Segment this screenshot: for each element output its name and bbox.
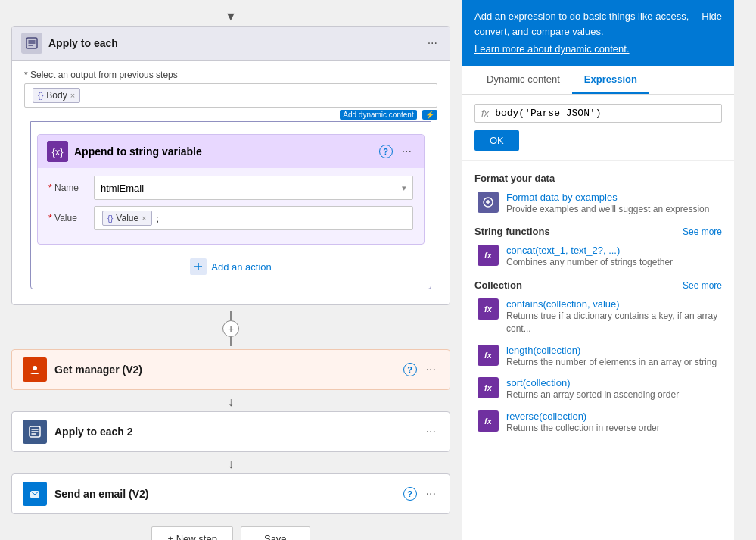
value-field-label: Value xyxy=(48,213,94,223)
get-manager-help-btn[interactable]: ? xyxy=(403,363,417,376)
connector-line-1 xyxy=(230,311,232,320)
apply-to-each-2-more-btn[interactable]: ··· xyxy=(423,423,439,440)
dynamic-content-link[interactable]: Add dynamic content ⚡ xyxy=(24,108,437,121)
expression-input-row: fx xyxy=(474,104,722,123)
save-button[interactable]: Save xyxy=(241,526,310,540)
get-manager-actions: ? ··· xyxy=(403,361,439,378)
body-token-input[interactable]: {} Body × xyxy=(24,83,437,108)
body-token: {} Body × xyxy=(33,88,80,103)
select-output-label: * Select an output from previous steps xyxy=(24,70,437,80)
append-string-help-btn[interactable]: ? xyxy=(379,145,393,158)
ok-button[interactable]: OK xyxy=(474,130,519,151)
length-name: length(collection) xyxy=(506,345,717,356)
collection-section-title: Collection xyxy=(474,279,522,291)
add-action-icon xyxy=(190,258,207,275)
string-see-more[interactable]: See more xyxy=(683,226,722,237)
append-string-actions: ? ··· xyxy=(379,143,415,160)
header-text: Add an expression to do basic things lik… xyxy=(474,11,689,37)
string-item-0[interactable]: fx concat(text_1, text_2?, ...) Combines… xyxy=(474,240,722,273)
append-string-more-btn[interactable]: ··· xyxy=(399,143,415,160)
length-icon: fx xyxy=(478,345,499,366)
contains-desc: Returns true if a dictionary contains a … xyxy=(506,310,719,336)
add-action-btn[interactable]: Add an action xyxy=(190,258,272,275)
plus-connector-1: + xyxy=(11,308,450,349)
tab-expression[interactable]: Expression xyxy=(572,66,649,94)
collection-item-3[interactable]: fx reverse(collection) Returns the colle… xyxy=(474,406,722,439)
append-string-icon: {x} xyxy=(47,141,68,162)
sort-icon: fx xyxy=(478,377,499,398)
length-desc: Returns the number of elements in an arr… xyxy=(506,356,717,369)
body-token-label: Body xyxy=(46,90,67,101)
right-panel-header: Hide Add an expression to do basic thing… xyxy=(462,0,734,66)
expression-area: fx OK xyxy=(462,95,734,161)
format-data-item[interactable]: Format data by examples Provide examples… xyxy=(474,187,722,220)
value-token-label: Value xyxy=(116,213,138,223)
apply-to-each-more-btn[interactable]: ··· xyxy=(425,35,440,52)
format-data-icon xyxy=(478,192,499,213)
format-data-name: Format data by examples xyxy=(506,192,709,203)
name-value: htmlEmail xyxy=(101,183,144,194)
get-manager-block: Get manager (V2) ? ··· xyxy=(11,349,450,390)
plus-button-1[interactable]: + xyxy=(222,320,239,337)
body-token-close[interactable]: × xyxy=(70,91,75,100)
dynamic-content-label: Add dynamic content xyxy=(340,110,416,120)
apply-to-each-header: Apply to each ··· xyxy=(12,27,450,61)
value-token-input[interactable]: {} Value × ; xyxy=(94,206,413,230)
hide-link[interactable]: Hide xyxy=(702,9,722,24)
value-token-icon: {} xyxy=(107,214,113,223)
value-field-row: Value {} Value × ; xyxy=(48,206,413,230)
tabs-row: Dynamic content Expression xyxy=(462,66,734,95)
string-section-title: String functions xyxy=(474,226,550,237)
left-panel: ▼ Apply to each ··· * Select an output f… xyxy=(0,0,462,540)
name-field-row: Name htmlEmail ▾ xyxy=(48,176,413,200)
name-select[interactable]: htmlEmail ▾ xyxy=(94,176,413,200)
new-step-button[interactable]: + New step xyxy=(151,526,232,540)
right-panel: Hide Add an expression to do basic thing… xyxy=(462,0,734,540)
format-data-desc: Provide examples and we'll suggest an ex… xyxy=(506,203,709,216)
expression-input[interactable] xyxy=(495,108,715,119)
send-email-block: Send an email (V2) ? ··· xyxy=(11,473,450,514)
apply-to-each-title: Apply to each xyxy=(48,37,425,49)
apply-to-each-body: * Select an output from previous steps {… xyxy=(12,61,450,304)
connector-line-2 xyxy=(230,337,232,346)
value-token-close[interactable]: × xyxy=(142,214,146,223)
get-manager-header[interactable]: Get manager (V2) ? ··· xyxy=(12,350,450,389)
get-manager-icon xyxy=(23,357,47,382)
reverse-icon: fx xyxy=(478,410,499,432)
apply-to-each-2-block: Apply to each 2 ··· xyxy=(11,411,450,452)
concat-text: concat(text_1, text_2?, ...) Combines an… xyxy=(506,245,673,269)
apply-to-each-block: Apply to each ··· * Select an output fro… xyxy=(11,26,450,305)
append-string-body: Name htmlEmail ▾ Value {} xyxy=(38,168,424,244)
collection-item-2[interactable]: fx sort(collection) Returns an array sor… xyxy=(474,373,722,406)
collection-item-0[interactable]: fx contains(collection, value) Returns t… xyxy=(474,294,722,340)
contains-text: contains(collection, value) Returns true… xyxy=(506,298,719,336)
append-string-title: Append to string variable xyxy=(74,145,379,158)
apply-to-each-icon xyxy=(21,33,42,54)
name-field-label: Name xyxy=(48,183,94,193)
sort-desc: Returns an array sorted in ascending ord… xyxy=(506,389,679,401)
learn-more-link[interactable]: Learn more about dynamic content. xyxy=(474,42,722,57)
collection-section-header: Collection See more xyxy=(474,273,722,294)
send-email-help-btn[interactable]: ? xyxy=(403,487,417,501)
dynamic-content-icon: ⚡ xyxy=(422,110,437,120)
add-action-row: Add an action xyxy=(37,251,425,282)
string-section-header: String functions See more xyxy=(474,220,722,240)
concat-desc: Combines any number of strings together xyxy=(506,256,673,269)
tab-dynamic-content[interactable]: Dynamic content xyxy=(474,66,572,94)
apply-to-each-2-title: Apply to each 2 xyxy=(54,426,423,438)
contains-name: contains(collection, value) xyxy=(506,298,719,310)
apply-to-each-actions: ··· xyxy=(425,35,440,52)
send-email-more-btn[interactable]: ··· xyxy=(423,485,439,502)
get-manager-more-btn[interactable]: ··· xyxy=(423,361,439,378)
reverse-desc: Returns the collection in reverse order xyxy=(506,422,660,435)
sort-text: sort(collection) Returns an array sorted… xyxy=(506,377,679,401)
name-chevron: ▾ xyxy=(402,183,406,193)
length-text: length(collection) Returns the number of… xyxy=(506,345,717,369)
collection-see-more[interactable]: See more xyxy=(683,280,722,291)
collection-item-1[interactable]: fx length(collection) Returns the number… xyxy=(474,340,722,373)
apply-to-each-2-actions: ··· xyxy=(423,423,439,440)
add-action-label: Add an action xyxy=(211,261,272,273)
send-email-header[interactable]: Send an email (V2) ? ··· xyxy=(12,474,450,513)
connector-arrow-3: ↓ xyxy=(11,455,450,473)
apply-to-each-2-header[interactable]: Apply to each 2 ··· xyxy=(12,412,450,451)
